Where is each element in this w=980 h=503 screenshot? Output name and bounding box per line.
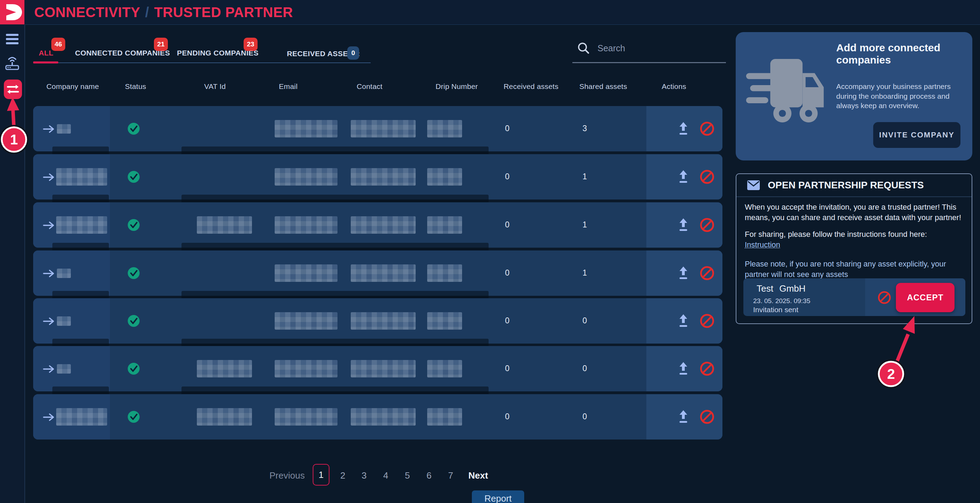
col-drip-number: Drip Number (436, 83, 478, 91)
share-upload-icon[interactable] (676, 314, 690, 328)
drip-number-redacted (427, 120, 462, 137)
status-connected-icon (127, 410, 141, 424)
pagination-page-5[interactable]: 5 (405, 470, 410, 481)
received-assets-value: 0 (505, 412, 509, 421)
col-actions: Actions (662, 83, 686, 91)
pagination-page-2[interactable]: 2 (340, 470, 345, 481)
breadcrumb-separator: / (145, 5, 150, 20)
received-assets-value: 0 (505, 316, 509, 325)
annotation-2-marker: 2 (887, 366, 895, 382)
decline-request-icon[interactable] (877, 290, 892, 305)
pagination-page-7[interactable]: 7 (448, 470, 453, 481)
expand-row-arrow-icon[interactable] (43, 221, 55, 230)
report-button[interactable]: Report (472, 490, 524, 503)
partnership-request-item: Test GmbH 23. 05. 2025. 09:35 Invitation… (743, 278, 965, 316)
request-date: 23. 05. 2025. 09:35 (753, 297, 810, 305)
pagination-page-3[interactable]: 3 (361, 470, 366, 481)
company-name-redacted (56, 168, 107, 186)
table-row[interactable]: 0 0 (33, 298, 722, 344)
search-input[interactable]: Search (573, 38, 726, 63)
drip-number-redacted (427, 360, 462, 378)
received-assets-value: 0 (505, 220, 509, 230)
contact-redacted (351, 120, 416, 137)
sidebar-item-trusted-partner[interactable] (4, 79, 22, 99)
expand-row-arrow-icon[interactable] (43, 172, 55, 182)
pagination-previous[interactable]: Previous (269, 470, 305, 481)
sidebar-item-connectivity[interactable] (0, 55, 24, 71)
status-connected-icon (127, 266, 141, 280)
drip-number-redacted (427, 264, 462, 282)
table-row[interactable]: 0 0 (33, 346, 722, 391)
app-logo[interactable] (0, 0, 24, 24)
tab-all-count-badge: 46 (51, 38, 65, 51)
block-partner-icon[interactable] (699, 169, 715, 185)
share-upload-icon[interactable] (676, 170, 690, 184)
drip-number-redacted (427, 216, 462, 234)
search-icon (577, 41, 590, 55)
request-company-name: Test GmbH (757, 283, 805, 294)
col-email: Email (279, 83, 298, 91)
pagination-page-current[interactable]: 1 (313, 464, 329, 486)
share-upload-icon[interactable] (676, 121, 690, 136)
requests-divider (737, 197, 972, 197)
share-upload-icon[interactable] (676, 266, 690, 281)
instruction-link[interactable]: Instruction (745, 240, 780, 250)
col-vat-id: VAT Id (204, 83, 226, 91)
share-upload-icon[interactable] (676, 218, 690, 232)
block-partner-icon[interactable] (699, 265, 715, 281)
open-partnership-requests-panel: OPEN PARTNERSHIP REQUESTS When you accep… (736, 173, 972, 324)
contact-redacted (351, 408, 416, 425)
table-row[interactable]: 0 1 (33, 251, 722, 296)
block-partner-icon[interactable] (699, 121, 715, 137)
hamburger-menu-icon (6, 33, 19, 45)
contact-redacted (351, 264, 416, 282)
invite-company-button[interactable]: INVITE COMPANY (873, 122, 961, 148)
expand-row-arrow-icon[interactable] (43, 124, 55, 134)
mail-icon (747, 180, 760, 190)
table-row[interactable]: 0 0 (33, 394, 722, 440)
block-partner-icon[interactable] (699, 217, 715, 233)
email-redacted (275, 120, 337, 137)
table-row[interactable]: 0 3 (33, 106, 722, 151)
accept-button[interactable]: ACCEPT (896, 283, 955, 312)
expand-row-arrow-icon[interactable] (43, 364, 55, 374)
block-partner-icon[interactable] (699, 313, 715, 329)
tab-all[interactable]: ALL (39, 49, 53, 57)
status-connected-icon (127, 218, 141, 232)
table-row[interactable]: 0 1 (33, 154, 722, 200)
menu-button[interactable] (0, 33, 24, 45)
requests-paragraph-1: When you accept the invitation, you are … (745, 202, 964, 222)
expand-row-arrow-icon[interactable] (43, 268, 55, 278)
expand-row-arrow-icon[interactable] (43, 316, 55, 326)
pagination-page-6[interactable]: 6 (426, 470, 431, 481)
pagination-page-4[interactable]: 4 (383, 470, 388, 481)
top-app-bar: CONNECTIVITY / TRUSTED PARTNER (0, 0, 980, 25)
shared-assets-value: 1 (582, 172, 587, 181)
table-row[interactable]: 0 1 (33, 202, 722, 248)
shared-assets-value: 1 (582, 220, 587, 230)
share-upload-icon[interactable] (676, 409, 690, 424)
email-redacted (275, 168, 337, 186)
shared-assets-value: 0 (582, 364, 587, 373)
contact-redacted (351, 360, 416, 378)
contact-redacted (351, 312, 416, 330)
vat-id-redacted (197, 408, 252, 425)
received-assets-value: 0 (505, 172, 509, 181)
swap-arrows-icon (6, 84, 19, 95)
received-assets-value: 0 (505, 364, 509, 373)
tab-connected-count-badge: 21 (154, 38, 168, 51)
pagination-next[interactable]: Next (468, 470, 488, 481)
active-tab-indicator (33, 61, 58, 63)
requests-paragraph-2: For sharing, please follow the instructi… (745, 229, 964, 250)
block-partner-icon[interactable] (699, 409, 715, 425)
tab-pending-count-badge: 23 (243, 38, 258, 51)
status-connected-icon (127, 314, 141, 328)
expand-row-arrow-icon[interactable] (43, 412, 55, 422)
breadcrumb-section[interactable]: CONNECTIVITY (34, 5, 140, 20)
share-upload-icon[interactable] (676, 362, 690, 376)
received-assets-value: 0 (505, 124, 509, 133)
requests-header: OPEN PARTNERSHIP REQUESTS (747, 179, 924, 191)
status-connected-icon (127, 362, 141, 376)
block-partner-icon[interactable] (699, 361, 715, 377)
shared-assets-value: 0 (582, 316, 587, 325)
